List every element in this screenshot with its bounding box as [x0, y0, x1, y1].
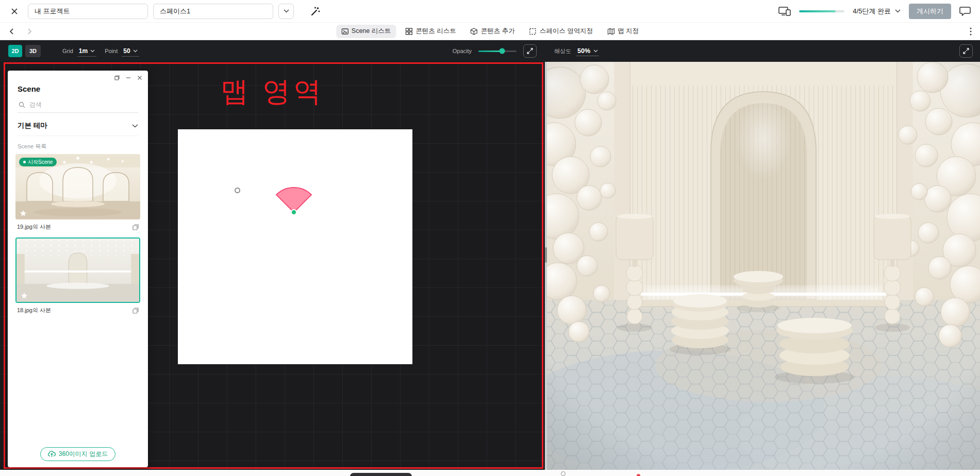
dashed-square-icon [529, 28, 537, 35]
star-icon[interactable] [20, 210, 27, 217]
copy-icon [132, 308, 139, 314]
tab-content-list[interactable]: 콘텐츠 리스트 [400, 25, 461, 38]
chevron-down-icon [895, 9, 901, 13]
editor-fullscreen-button[interactable] [523, 44, 537, 58]
forward-icon [25, 27, 34, 36]
upload-cloud-icon [48, 451, 56, 457]
map-editor-pane: 2D 3D Grid 1m Point 50 Opacity [0, 40, 545, 470]
steps-label: 4/5단계 완료 [853, 7, 891, 16]
project-name-input[interactable] [28, 4, 148, 19]
start-scene-badge-label: 시작Scene [28, 159, 53, 166]
bottom-toolbar-pill[interactable] [350, 473, 412, 476]
tab-map-assign[interactable]: 맵 지정 [602, 25, 644, 38]
tab-label: 스페이스 영역지정 [540, 27, 593, 36]
scene-search-input[interactable] [29, 101, 117, 108]
panel-minimize-button[interactable] [126, 75, 131, 80]
pane-divider [545, 40, 547, 470]
tab-scene-list[interactable]: Scene 리스트 [336, 25, 396, 38]
map-grid-workspace: 맵 영역 [0, 62, 545, 470]
preview-pane: 해상도 50% [547, 40, 980, 470]
opacity-slider-fill [478, 50, 502, 52]
scene-thumbnail-selected[interactable] [15, 237, 140, 303]
theme-accordion[interactable]: 기본 테마 [18, 116, 138, 136]
scene-options-button[interactable] [132, 308, 139, 314]
tab-label: 콘텐츠 추가 [481, 27, 515, 36]
close-icon [137, 75, 142, 80]
mode-3d-button[interactable]: 3D [25, 45, 41, 57]
preview-toolbar: 해상도 50% [547, 40, 980, 62]
responsive-preview-button[interactable] [778, 7, 791, 16]
panel-restore-button[interactable] [114, 75, 120, 80]
opacity-slider-knob[interactable] [499, 48, 505, 54]
scene-options-button[interactable] [132, 224, 139, 230]
editor-tabs: Scene 리스트 콘텐츠 리스트 콘텐츠 추가 스페이스 영역지정 [336, 25, 644, 38]
magic-wand-icon [310, 6, 321, 17]
scene-meta-row: 18.jpg의 사본 [15, 303, 140, 319]
space-editor-app: 4/5단계 완료 게시하기 [0, 0, 980, 476]
mode-2d-button[interactable]: 2D [8, 45, 22, 57]
space-dropdown-button[interactable] [278, 4, 294, 19]
scene-list-label: Scene 목록 [18, 143, 138, 150]
publish-button[interactable]: 게시하기 [909, 4, 951, 19]
upload-360-button[interactable]: 360이미지 업로드 [40, 447, 115, 461]
3d-room-render [547, 62, 980, 470]
fullscreen-icon [963, 48, 969, 54]
preview-fullscreen-button[interactable] [959, 44, 973, 58]
opacity-label: Opacity [453, 48, 472, 54]
pane-resize-handle[interactable] [545, 247, 547, 263]
resolution-label: 해상도 [554, 47, 571, 55]
top-bar-right: 4/5단계 완료 게시하기 [778, 4, 974, 19]
tab-label: Scene 리스트 [352, 27, 391, 36]
more-menu-button[interactable] [970, 27, 972, 36]
star-icon[interactable] [21, 292, 28, 299]
space-name-input[interactable] [153, 4, 273, 19]
scene-name: 18.jpg의 사본 [17, 307, 51, 314]
scene-thumbnail[interactable]: 시작Scene [15, 154, 140, 219]
chat-button[interactable] [959, 6, 971, 16]
panel-close-button[interactable] [137, 75, 142, 80]
scene-panel-window: Scene 기본 테마 Scene 목록 [8, 71, 148, 467]
resolution-value: 50% [577, 47, 590, 55]
point-size-value: 50 [123, 47, 130, 55]
chat-icon [959, 6, 971, 16]
tab-add-content[interactable]: 콘텐츠 추가 [466, 25, 520, 38]
start-scene-badge: 시작Scene [19, 158, 57, 166]
search-icon [19, 101, 25, 108]
chevron-down-icon [132, 124, 138, 128]
close-icon [11, 8, 18, 15]
close-project-button[interactable] [6, 3, 23, 20]
map-canvas[interactable] [178, 129, 412, 364]
opacity-slider[interactable] [478, 50, 517, 52]
bottom-circle-icon[interactable] [561, 471, 566, 476]
grid-label: Grid [62, 48, 73, 54]
scene-search [18, 98, 138, 113]
scene-name: 19.jpg의 사본 [17, 223, 51, 231]
undo-back-button[interactable] [8, 27, 16, 36]
steps-dropdown-button[interactable]: 4/5단계 완료 [853, 7, 901, 16]
image-icon [341, 28, 348, 35]
point-size-select[interactable]: 50 [122, 46, 139, 57]
redo-forward-button[interactable] [25, 27, 34, 36]
magic-wand-button[interactable] [307, 3, 324, 20]
tab-space-area[interactable]: 스페이스 영역지정 [524, 25, 598, 38]
bottom-strip [0, 470, 980, 476]
minus-icon [126, 75, 131, 80]
scene-thumbnail-art [16, 239, 139, 302]
map-point-marker[interactable] [235, 188, 240, 193]
grid-icon [405, 28, 412, 35]
chevron-down-icon [90, 49, 95, 53]
kebab-menu-icon [970, 27, 972, 36]
fullscreen-icon [527, 48, 533, 54]
top-bar: 4/5단계 완료 게시하기 [0, 0, 980, 23]
map-editor-toolbar: 2D 3D Grid 1m Point 50 Opacity [0, 40, 545, 62]
panel-upload-row: 360이미지 업로드 [8, 443, 148, 467]
viewpoint-fan[interactable] [260, 157, 327, 224]
copy-icon [132, 224, 139, 230]
publish-progress-bar [799, 10, 844, 12]
grid-size-select[interactable]: 1m [77, 46, 96, 57]
chevron-down-icon [133, 49, 138, 53]
resolution-select[interactable]: 50% [576, 46, 599, 56]
publish-progress-fill [799, 10, 835, 12]
preview-3d-viewport[interactable] [547, 62, 980, 470]
map-area-label: 맵 영역 [221, 73, 324, 111]
